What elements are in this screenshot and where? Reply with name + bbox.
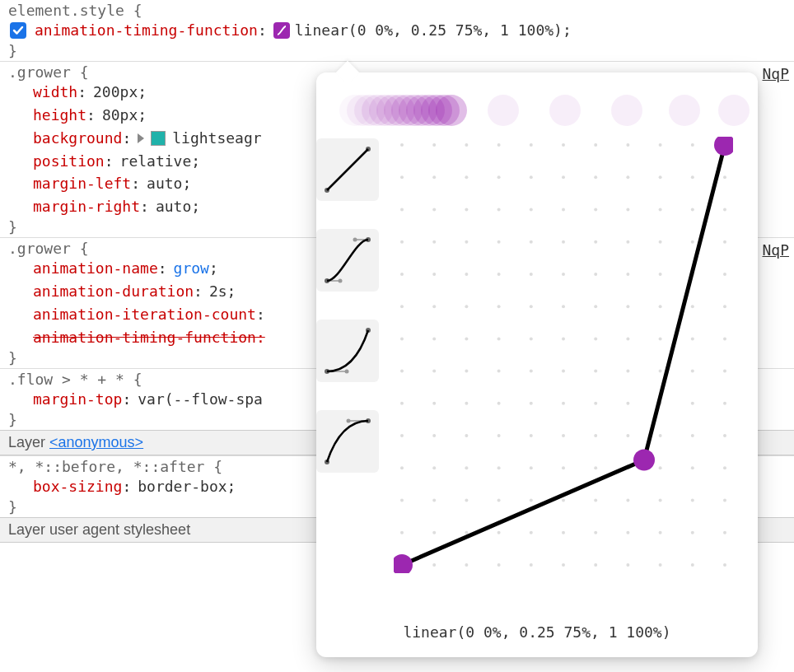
- selector[interactable]: *, *::before, *::after: [8, 458, 204, 475]
- svg-point-51: [465, 240, 468, 244]
- selector[interactable]: .grower: [8, 63, 71, 81]
- svg-point-148: [400, 531, 404, 534]
- svg-point-39: [432, 208, 436, 211]
- timing-preview: [339, 94, 735, 127]
- svg-point-96: [497, 370, 501, 373]
- svg-point-29: [465, 175, 468, 179]
- svg-point-97: [530, 370, 533, 373]
- preset-ease-in-out[interactable]: [316, 229, 379, 292]
- svg-point-32: [562, 175, 565, 179]
- svg-point-37: [723, 175, 726, 179]
- svg-point-106: [465, 402, 468, 405]
- svg-point-118: [497, 434, 501, 437]
- svg-point-18: [465, 143, 468, 147]
- svg-point-115: [400, 434, 404, 437]
- svg-point-104: [400, 402, 404, 405]
- svg-point-121: [594, 434, 597, 437]
- svg-point-58: [691, 240, 694, 244]
- svg-point-89: [626, 337, 629, 340]
- svg-point-83: [432, 337, 436, 340]
- svg-point-23: [626, 143, 629, 147]
- svg-point-47: [691, 208, 694, 211]
- svg-point-63: [497, 273, 501, 276]
- svg-point-167: [659, 563, 662, 567]
- svg-point-120: [562, 434, 565, 437]
- svg-point-153: [562, 531, 565, 534]
- property-value[interactable]: linear(0 0%, 0.25 75%, 1 100%): [295, 19, 563, 42]
- svg-point-160: [432, 563, 436, 567]
- preset-ease-out[interactable]: [316, 410, 379, 473]
- svg-point-143: [594, 499, 597, 502]
- svg-point-73: [465, 305, 468, 308]
- svg-point-36: [691, 175, 694, 179]
- svg-point-149: [432, 531, 436, 534]
- svg-point-76: [562, 305, 565, 308]
- svg-point-95: [465, 370, 468, 373]
- svg-point-88: [594, 337, 597, 340]
- svg-point-21: [562, 143, 565, 147]
- preset-ease-in[interactable]: [316, 320, 379, 382]
- selector[interactable]: .grower: [8, 240, 71, 257]
- svg-point-53: [530, 240, 533, 244]
- svg-point-11: [345, 370, 349, 374]
- svg-point-77: [594, 305, 597, 308]
- svg-point-123: [659, 434, 662, 437]
- svg-point-119: [530, 434, 533, 437]
- preset-linear[interactable]: [316, 138, 379, 201]
- svg-point-130: [530, 466, 533, 469]
- svg-point-164: [562, 563, 565, 567]
- svg-point-38: [400, 208, 404, 211]
- color-swatch-icon[interactable]: [151, 131, 166, 146]
- source-link[interactable]: NqP: [762, 241, 789, 259]
- svg-point-94: [432, 370, 436, 373]
- svg-point-161: [465, 563, 468, 567]
- curve-handle[interactable]: [633, 450, 655, 471]
- svg-point-41: [497, 208, 501, 211]
- svg-point-70: [723, 273, 726, 276]
- expand-icon[interactable]: [138, 133, 144, 143]
- svg-point-146: [691, 499, 694, 502]
- svg-point-144: [626, 499, 629, 502]
- svg-point-163: [530, 563, 533, 567]
- rule-block-element-style[interactable]: element.style { animation-timing-functio…: [0, 0, 794, 62]
- source-link[interactable]: NqP: [762, 65, 789, 82]
- svg-point-108: [530, 402, 533, 405]
- selector[interactable]: element.style: [8, 2, 124, 19]
- declaration[interactable]: animation-timing-function: linear(0 0%, …: [8, 19, 789, 42]
- svg-point-98: [562, 370, 565, 373]
- property-name[interactable]: animation-timing-function: [35, 19, 258, 42]
- easing-swatch-icon[interactable]: [273, 22, 290, 39]
- svg-point-7: [353, 238, 357, 242]
- svg-point-86: [530, 337, 533, 340]
- curve-editor[interactable]: [394, 137, 733, 573]
- svg-point-79: [659, 305, 662, 308]
- svg-point-87: [562, 337, 565, 340]
- svg-point-128: [465, 466, 468, 469]
- svg-point-158: [723, 531, 726, 534]
- svg-point-169: [723, 563, 726, 567]
- selector[interactable]: .flow > * + *: [8, 371, 124, 388]
- curve-handle[interactable]: [714, 137, 733, 156]
- svg-point-137: [400, 499, 404, 502]
- curve-handle[interactable]: [394, 554, 413, 573]
- svg-point-150: [465, 531, 468, 534]
- svg-point-140: [497, 499, 501, 502]
- curve-svg[interactable]: [394, 137, 733, 573]
- svg-point-91: [691, 337, 694, 340]
- svg-point-101: [659, 370, 662, 373]
- svg-point-66: [594, 273, 597, 276]
- svg-point-67: [626, 273, 629, 276]
- svg-point-16: [400, 143, 404, 147]
- svg-point-165: [594, 563, 597, 567]
- svg-point-134: [659, 466, 662, 469]
- svg-point-90: [659, 337, 662, 340]
- layer-link[interactable]: <anonymous>: [49, 434, 143, 450]
- toggle-checkbox[interactable]: [10, 22, 26, 39]
- svg-point-56: [626, 240, 629, 244]
- svg-point-71: [400, 305, 404, 308]
- svg-point-107: [497, 402, 501, 405]
- svg-point-72: [432, 305, 436, 308]
- svg-point-74: [497, 305, 501, 308]
- svg-point-20: [530, 143, 533, 147]
- svg-point-45: [626, 208, 629, 211]
